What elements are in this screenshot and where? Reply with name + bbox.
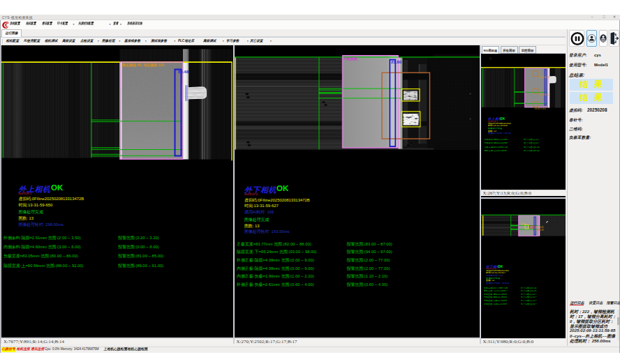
log-tab-0[interactable]: 运行日志 [570,301,584,305]
mini-bottom-measure: 隔膜宽度-下=95.24mm 范围:(93.00 ~ 98.00) [484,290,508,293]
middle-alarm-row: 报警范围:(2.00 ~ 77.00) [347,266,390,272]
toolbar-item-1[interactable]: AI使用配置 [24,39,40,43]
menu-item-5[interactable]: 查看 [113,22,118,26]
menu-item-2[interactable]: 通讯配置 [42,22,52,26]
toolbar-item-4-arrow: ▾ [98,40,99,43]
heartbeat-indicator: 心跳信号 [1,347,16,352]
title-bar[interactable] [0,15,620,20]
middle-alarm-row: 报警范围:(83.00 ~ 87.00) [347,241,392,248]
ng-view-tab-0[interactable]: NG画面显示 [482,46,499,54]
left-proc-time: 图像处理耗时: 298.00ms [19,222,64,228]
app-logo-icon [1,21,10,29]
middle-alarm-row: 报警范围:(1.10 ~ 2.10) [347,273,388,280]
ng-bottom-annotation: 4.38 4.38 [536,229,544,232]
pause-button[interactable] [569,30,585,47]
middle-alarm-row: 报警范围:(0.60 ~ 4.00) [347,282,388,288]
maximize-button[interactable]: □ [600,15,607,20]
left-camera-image[interactable] [1,45,233,162]
mini-bottom-alarm: 报警范围:(0.60 ~ 4.00) [521,303,537,306]
toolbar-item-2[interactable]: 相机调试 [45,39,57,43]
model-label: 使用型号: [569,63,587,68]
toolbar-item-11-arrow: ▾ [270,40,272,43]
ng-view-tab-2[interactable]: 监控画面 [519,46,536,54]
exit-door-icon [610,31,619,46]
mini-bottom-alarm: 报警范围:(2.00 ~ 77.00) [521,294,537,296]
tab-run-image[interactable]: 运行图像 [1,29,22,37]
log-tab-2[interactable]: 报警日志 [607,301,620,305]
toolbar-item-11[interactable]: 其它设置 [250,39,263,43]
toolbar-item-3[interactable]: 高级设置 [62,39,75,43]
ng-bottom-annotation: 23.80 [521,223,526,226]
ng-top-annotation: 93.40 A:1.0 [539,75,550,78]
mini-top-alarm: 报警范围:(81.00 ~ 85.00) [524,146,540,149]
log-tab-1[interactable]: 设置日志 [589,301,603,305]
toolbar-item-6[interactable]: 基准线参数 [124,39,140,43]
mini-bottom-measure: 外侧正极-负极=2.61mm 范围:(0.60 ~ 4.00) [484,303,508,306]
tab-count-label: 负极耳数量: [569,135,591,141]
left-blue-measure: 83.48 [178,70,189,74]
cpu-memory-status: Cpu: 0.0% Memory: 3424.41796875M [45,347,99,352]
tab-strip [1,29,566,37]
middle-proc-time: 图像处理耗时: 163.00ms [244,229,290,235]
log-scrollbar[interactable] [617,310,619,340]
toolbar-item-9[interactable]: 高级调试 [203,39,216,43]
toolbar-item-9-arrow: ▾ [223,40,224,43]
middle-camera-result: OK [276,184,288,192]
ng-view-bottom-image[interactable]: 23.80 1.90 2.61 4.38 4.38 [481,199,566,238]
toolbar-item-5[interactable]: 图像处理 [102,39,115,43]
ng-view-top-image[interactable]: 93.40 A:1.0 90.56 B:2.0 83.05 C:4.0 [481,54,566,110]
menu-item-3-arrow: ▾ [73,23,75,26]
qr-code-label: 二维码: [569,127,583,132]
menu-item-4[interactable]: 光源控制配置 [78,22,94,26]
left-time: 时间:13-31-59-650 [19,202,53,208]
mini-top-proc: 图像处理耗时: 298.00ms [488,132,511,135]
mini-bottom-alarm: 报警范围:(83.00 ~ 87.00) [521,287,537,290]
left-alarm-row: 报警范围:(2.20 ~ 3.20) [118,235,159,241]
mini-bottom-result: OK [498,265,503,268]
menu-item-0[interactable]: 系统配置 [10,22,20,26]
left-alarm-row: 报警范围:(89.00 ~ 91.00) [118,263,163,269]
left-threshold-label: 静态阈值:93, 动态阈值:100 [122,63,164,67]
menu-item-4-arrow: ▾ [110,23,111,26]
result-badge-2: 结果 [570,92,613,104]
middle-measure-row: 外侧正极-隔膜=4.38mm 范围:(0.00 ~ 9.00) [237,257,314,264]
mini-bottom-alarm: 报警范围:(1.10 ~ 2.10) [521,300,537,303]
middle-measure-row: 内侧正极-隔膜=4.38mm 范围:(0.00 ~ 9.00) [237,266,314,272]
lower-camera-heartbeat: 下相机心跳检测 [124,347,148,352]
switch-user-button[interactable] [599,30,607,47]
total-result-label: 总结果: [569,73,585,79]
menu-item-3[interactable]: IO卡配置 [57,22,68,26]
close-button[interactable]: ✕ [611,15,618,20]
toolbar-item-0[interactable]: 相机配置 [6,39,19,43]
ng-top-annotation: 83.05 C:4.0 [535,107,546,110]
ng-view-tab-1[interactable]: 所有画面 [501,46,518,54]
middle-alarm-row: 报警范围:(2.00 ~ 77.00) [347,257,390,264]
mini-bottom-measure: 内侧正极-隔膜=4.38mm 范围:(0.00 ~ 9.00) [484,296,508,299]
mini-top-measure: 隔膜宽度-上=90.56mm 范围:(88.00 ~ 92.00) [484,150,508,153]
toolbar-item-7[interactable]: 测试项参数 [151,39,167,43]
ng-top-status-strip: X:267;Y:13;R:0;G:0;B:0 [481,190,566,196]
mini-bottom-measure: 外侧正极-隔膜=4.38mm 范围:(0.00 ~ 9.00) [484,294,508,296]
mini-top-measure: 内侧余料-隔膜=4.60mm 范围:(3.00 ~ 6.00) [484,142,508,145]
left-camera-result: OK [51,183,63,192]
menu-item-1[interactable]: 相机配置 [26,22,36,26]
toolbar-item-4[interactable]: 点检设置 [80,39,93,43]
minimize-button[interactable]: – [589,15,596,20]
sidebar-barcode-label: 虚拟码: [569,108,583,114]
mini-top-measure: 负极宽度=83.05mm 范围:(80.00 ~ 86.00) [484,146,508,149]
menu-item-6[interactable]: 系统语言切换 [127,22,142,26]
exit-button[interactable] [609,30,619,47]
toolbar-item-8[interactable]: PLC地址库 [178,39,194,43]
user-badge-icon [600,31,607,46]
toolbar-grip [2,39,3,44]
middle-measure-row: 内侧正极-负极=1.90mm 范围:(1.00 ~ 2.20) [237,273,314,280]
middle-measure-row: 外侧正极-负极=2.61mm 范围:(0.60 ~ 4.00) [237,282,314,288]
middle-ng-line: NG允许:0 [244,192,258,196]
left-done: 图像处理完成 [19,209,43,215]
pause-icon [570,31,585,47]
login-user-button[interactable] [586,30,597,47]
result-badge-1: 结果 [570,79,613,91]
log-scrollbar-thumb[interactable] [617,317,619,325]
middle-frames: 图数: 13 [244,223,260,229]
toolbar-item-10[interactable]: 学习参数 [226,39,239,43]
